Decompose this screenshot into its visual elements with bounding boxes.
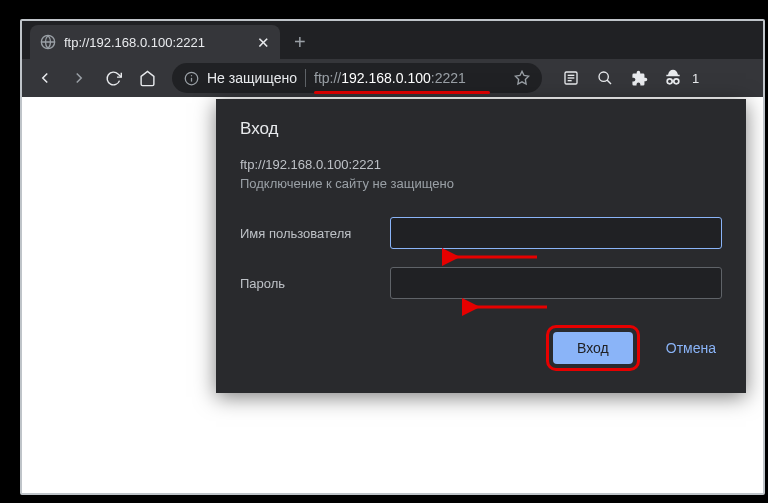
address-bar[interactable]: Не защищено ftp://192.168.0.100:2221 [172, 63, 542, 93]
info-icon[interactable] [184, 71, 199, 86]
auth-dialog: Вход ftp://192.168.0.100:2221 Подключени… [216, 99, 746, 393]
reader-icon[interactable] [556, 63, 586, 93]
home-button[interactable] [132, 63, 162, 93]
cancel-button[interactable]: Отмена [660, 332, 722, 364]
password-row: Пароль [240, 267, 722, 299]
dialog-title: Вход [240, 119, 722, 139]
bookmark-star-icon[interactable] [514, 70, 530, 86]
new-tab-button[interactable]: + [280, 25, 320, 59]
svg-marker-4 [515, 71, 528, 84]
password-input[interactable] [390, 267, 722, 299]
tab-active[interactable]: ftp://192.168.0.100:2221 ✕ [30, 25, 280, 59]
viewport: ftp://192.168.0.100:2221 ✕ + [0, 0, 768, 503]
tab-strip: ftp://192.168.0.100:2221 ✕ + [22, 21, 763, 59]
tab-close-icon[interactable]: ✕ [257, 35, 270, 50]
username-label: Имя пользователя [240, 226, 370, 241]
reload-button[interactable] [98, 63, 128, 93]
forward-button[interactable] [64, 63, 94, 93]
url-host: 192.168.0.100 [341, 70, 431, 86]
toolbar-actions: 1 [556, 63, 703, 93]
password-label: Пароль [240, 276, 370, 291]
username-input[interactable] [390, 217, 722, 249]
search-icon[interactable] [590, 63, 620, 93]
incognito-icon[interactable] [658, 63, 688, 93]
svg-line-10 [607, 80, 611, 84]
url-text: ftp://192.168.0.100:2221 [314, 70, 466, 86]
svg-point-12 [674, 79, 679, 84]
annotation-url-underline [314, 91, 490, 94]
svg-point-3 [191, 75, 192, 76]
tab-title: ftp://192.168.0.100:2221 [64, 35, 249, 50]
login-button[interactable]: Вход [553, 332, 633, 364]
globe-icon [40, 34, 56, 50]
svg-point-11 [667, 79, 672, 84]
security-label: Не защищено [207, 70, 297, 86]
dialog-insecure-warning: Подключение к сайту не защищено [240, 176, 722, 191]
back-button[interactable] [30, 63, 60, 93]
dialog-buttons: Вход Отмена [240, 325, 722, 371]
svg-point-9 [599, 72, 608, 81]
toolbar: Не защищено ftp://192.168.0.100:2221 [22, 59, 763, 97]
url-scheme: ftp:// [314, 70, 341, 86]
separator [305, 69, 306, 87]
browser-window: ftp://192.168.0.100:2221 ✕ + [20, 19, 765, 495]
extensions-icon[interactable] [624, 63, 654, 93]
truncated-text: 1 [692, 63, 703, 93]
dialog-url: ftp://192.168.0.100:2221 [240, 157, 722, 172]
url-port: :2221 [431, 70, 466, 86]
annotation-login-highlight: Вход [546, 325, 640, 371]
username-row: Имя пользователя [240, 217, 722, 249]
